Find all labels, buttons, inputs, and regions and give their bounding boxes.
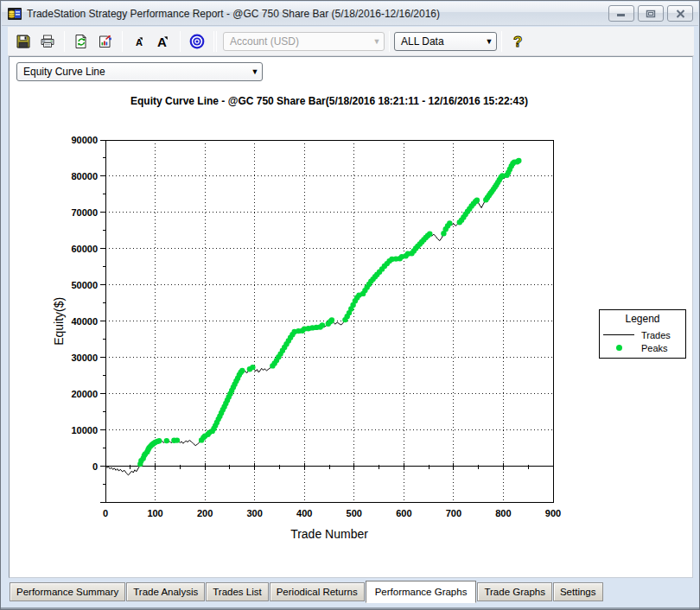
svg-text:400: 400 [296,508,312,518]
target-button[interactable] [186,30,208,53]
equity-curve-chart: 0100200300400500600700800900010000200003… [10,57,694,579]
app-icon [7,6,22,22]
toolbar-separator [216,31,217,52]
restore-icon [646,10,656,18]
tab-trades-list[interactable]: Trades List [206,582,268,601]
report-tabstrip: Performance SummaryTrade AnalysisTrades … [8,578,694,604]
account-combobox-value: Account (USD) [224,35,370,48]
svg-text:100: 100 [147,508,162,518]
tab-performance-graphs[interactable]: Performance Graphs [366,581,477,603]
svg-text:40000: 40000 [71,316,98,327]
svg-text:900: 900 [545,508,561,518]
svg-text:90000: 90000 [71,135,98,145]
line-sample-icon [600,334,638,335]
close-button[interactable] [667,5,693,22]
chart-legend: Legend TradesPeaks [599,309,686,359]
refresh-report-button[interactable] [70,30,92,53]
tab-trade-graphs[interactable]: Trade Graphs [477,582,552,601]
minimize-button[interactable] [608,5,634,22]
equity-curve-plot: 0100200300400500600700800900010000200003… [10,57,694,579]
svg-text:80000: 80000 [71,171,98,181]
toolbar: A A Account (USD) ▼ [8,27,694,56]
account-combobox: Account (USD) ▼ [223,32,385,51]
dot-sample-icon [600,345,638,351]
toolbar-separator [64,31,65,52]
window-title: TradeStation Strategy Performance Report… [27,8,601,20]
export-report-button[interactable] [94,30,117,53]
svg-text:500: 500 [347,508,362,518]
tab-settings[interactable]: Settings [553,582,603,601]
svg-text:30000: 30000 [71,353,98,363]
svg-text:50000: 50000 [71,280,98,290]
save-icon [16,34,31,49]
font-increase-icon: A [155,34,172,49]
export-report-icon [98,34,113,49]
tab-periodical-returns[interactable]: Periodical Returns [270,582,365,601]
legend-title: Legend [600,313,685,325]
toolbar-separator [180,31,181,52]
close-icon [676,10,685,18]
toolbar-separator [122,31,123,52]
svg-text:?: ? [513,34,522,50]
toolbar-separator [213,31,214,52]
svg-text:70000: 70000 [71,207,98,218]
refresh-report-icon [73,34,89,49]
svg-text:0: 0 [103,508,108,518]
save-button[interactable] [12,30,35,53]
minimize-icon [616,10,627,17]
help-icon: ? [510,33,525,50]
svg-text:10000: 10000 [71,425,98,435]
legend-entry-trades: Trades [600,328,685,341]
print-icon [40,34,55,49]
data-range-combobox[interactable]: ALL Data ▼ [394,32,497,51]
svg-text:60000: 60000 [71,244,98,254]
legend-label: Trades [638,330,685,340]
tab-performance-summary[interactable]: Performance Summary [10,582,125,601]
svg-text:600: 600 [396,508,411,518]
restore-button[interactable] [638,5,664,22]
svg-text:Trade Number: Trade Number [290,527,368,541]
svg-text:200: 200 [197,508,213,518]
report-content: Equity Curve Line ▼ Equity Curve Line - … [9,56,693,578]
print-button[interactable] [36,30,59,53]
chevron-down-icon: ▼ [370,33,384,50]
svg-text:Equity($): Equity($) [52,297,66,346]
font-decrease-icon: A [131,34,147,49]
tab-trade-analysis[interactable]: Trade Analysis [126,582,205,601]
legend-entry-peaks: Peaks [600,341,685,354]
svg-text:700: 700 [446,508,461,518]
svg-text:800: 800 [495,508,511,518]
svg-text:0: 0 [92,461,98,472]
tradestation-report-window: TradeStation Strategy Performance Report… [0,0,700,610]
font-increase-button[interactable]: A [152,30,175,53]
toolbar-separator [389,31,390,52]
chevron-down-icon: ▼ [482,33,496,50]
data-range-combobox-value: ALL Data [395,35,482,48]
svg-text:20000: 20000 [71,389,98,399]
legend-label: Peaks [638,343,685,353]
font-decrease-button[interactable]: A [128,30,150,53]
target-icon [188,33,206,50]
title-bar[interactable]: TradeStation Strategy Performance Report… [2,2,698,26]
help-button[interactable]: ? [506,30,529,53]
svg-text:300: 300 [246,508,262,518]
toolbar-separator [501,31,502,52]
